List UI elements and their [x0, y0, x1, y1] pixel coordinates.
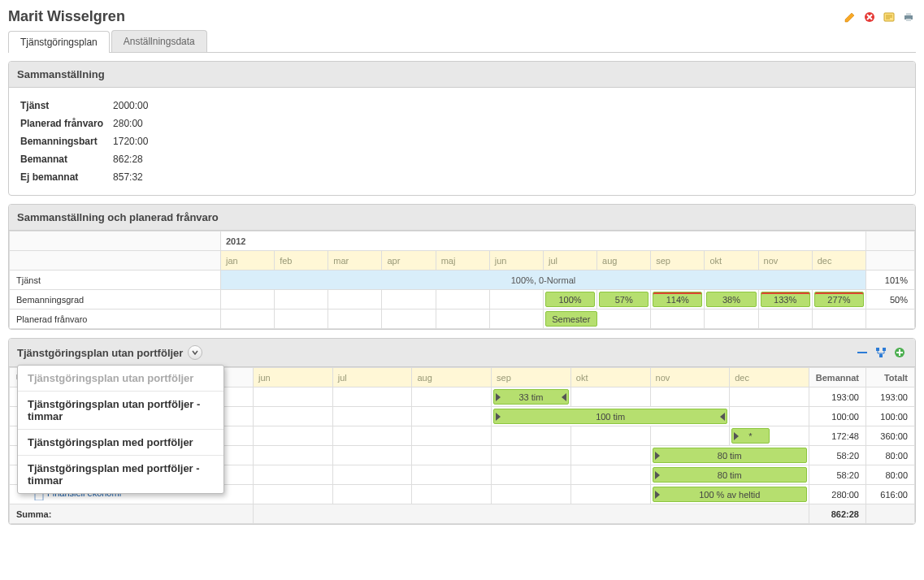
- month-head: jun: [254, 368, 333, 387]
- month-head: mar: [328, 251, 382, 271]
- summary-label: Bemanningsbart: [20, 133, 111, 149]
- bemgrad-cell: 38%: [706, 292, 756, 307]
- tjanst-label: Tjänst: [10, 271, 221, 290]
- summary-label: Ej bemannat: [20, 169, 111, 185]
- mission-bar[interactable]: 100 tim: [493, 409, 727, 424]
- summary-label: Planerad frånvaro: [20, 115, 111, 132]
- month-head: sep: [651, 251, 705, 271]
- totalt-value: 360:00: [866, 426, 915, 446]
- totalt-value: 100:00: [866, 407, 915, 426]
- dropdown-item[interactable]: Tjänstgöringsplan utan portföljer: [18, 366, 223, 392]
- bemannat-value: 58:20: [809, 446, 866, 465]
- sum-label: Summa:: [10, 504, 254, 524]
- month-head: aug: [412, 368, 492, 387]
- summary-label: Bemannat: [20, 151, 111, 167]
- add-icon[interactable]: [892, 345, 907, 360]
- month-head: apr: [382, 251, 436, 271]
- month-head: jan: [221, 251, 275, 271]
- bemannat-value: 172:48: [809, 426, 866, 446]
- sum-row: Summa: 862:28: [10, 504, 915, 524]
- mission-bar[interactable]: *: [731, 428, 769, 444]
- summary-value: 862:28: [113, 151, 156, 167]
- sum-value: 862:28: [809, 504, 866, 524]
- summary-value: 280:00: [113, 115, 156, 132]
- col-bemannat: Bemannat: [809, 368, 866, 387]
- edit-icon[interactable]: [843, 10, 857, 24]
- totalt-value: 193:00: [866, 387, 915, 407]
- timeline-panel: Sammanställning och planerad frånvaro 20…: [8, 204, 916, 330]
- mission-bar[interactable]: 33 tim: [493, 389, 569, 405]
- plan-title: Tjänstgöringsplan utan portföljer: [17, 347, 183, 359]
- bemannat-value: 193:00: [809, 387, 866, 407]
- mission-bar[interactable]: 100 % av heltid: [653, 487, 807, 502]
- summary-value: 2000:00: [113, 97, 156, 114]
- svg-rect-8: [879, 354, 883, 357]
- month-head: maj: [436, 251, 489, 271]
- svg-rect-5: [857, 352, 867, 353]
- header-toolbar: [843, 10, 916, 24]
- totalt-value: 80:00: [866, 446, 915, 465]
- svg-rect-3: [906, 13, 911, 15]
- summary-value: 1720:00: [113, 133, 156, 149]
- summary-label: Tjänst: [20, 97, 111, 114]
- bemgrad-label: Bemanningsgrad: [10, 290, 221, 309]
- franvaro-label: Planerad frånvaro: [10, 309, 221, 329]
- summary-value: 857:32: [113, 169, 156, 185]
- tab-plan[interactable]: Tjänstgöringsplan: [8, 31, 110, 53]
- mission-bar[interactable]: 80 tim: [653, 467, 807, 483]
- delete-icon[interactable]: [862, 10, 877, 24]
- timeline-title: Sammanställning och planerad frånvaro: [9, 205, 915, 231]
- dropdown-item[interactable]: Tjänstgöringsplan utan portföljer - timm…: [18, 392, 223, 430]
- month-head: dec: [730, 368, 809, 387]
- bemgrad-cell: 277%: [814, 292, 864, 307]
- year-label: 2012: [221, 232, 866, 251]
- dropdown-item[interactable]: Tjänstgöringsplan med portföljer: [18, 430, 223, 456]
- month-head: okt: [705, 251, 758, 271]
- summary-panel: Sammanställning Tjänst2000:00 Planerad f…: [8, 61, 916, 196]
- tree-icon[interactable]: [874, 345, 888, 360]
- bemgrad-cell: 114%: [653, 292, 702, 307]
- month-head: nov: [650, 368, 730, 387]
- collapse-icon[interactable]: [855, 345, 870, 360]
- svg-rect-7: [883, 348, 886, 351]
- bemannat-value: 280:00: [809, 485, 866, 504]
- totalt-value: 616:00: [866, 485, 915, 504]
- bemgrad-total: 50%: [866, 290, 915, 309]
- timeline-table: 2012 jan feb mar apr maj jun jul aug sep…: [9, 231, 915, 329]
- dropdown-item[interactable]: Tjänstgöringsplan med portföljer - timma…: [18, 456, 223, 493]
- summary-title: Sammanställning: [9, 62, 915, 88]
- tjanst-total: 101%: [866, 271, 915, 290]
- svg-rect-6: [876, 348, 879, 351]
- month-head: jul: [332, 368, 412, 387]
- svg-rect-4: [906, 19, 911, 21]
- tab-data[interactable]: Anställningsdata: [111, 30, 207, 52]
- bemgrad-cell: 57%: [599, 292, 649, 307]
- bemannat-value: 58:20: [809, 465, 866, 485]
- tjanst-bar: 100%, 0-Normal: [221, 271, 866, 290]
- bemannat-value: 100:00: [809, 407, 866, 426]
- mission-bar[interactable]: 80 tim: [653, 448, 807, 463]
- month-head: okt: [570, 368, 650, 387]
- plan-panel: Tjänstgöringsplan utan portföljer Tjänst…: [8, 338, 916, 525]
- col-totalt: Totalt: [866, 368, 915, 387]
- month-head: jun: [489, 251, 543, 271]
- month-head: jul: [543, 251, 596, 271]
- month-head: nov: [758, 251, 812, 271]
- month-head: feb: [275, 251, 328, 271]
- chevron-down-icon[interactable]: [188, 345, 202, 360]
- print-icon[interactable]: [901, 10, 916, 24]
- totalt-value: 80:00: [866, 465, 915, 485]
- page-title: Marit Wisselgren: [8, 8, 125, 25]
- month-head: dec: [812, 251, 865, 271]
- month-head: aug: [597, 251, 651, 271]
- bemgrad-cell: 133%: [761, 292, 810, 307]
- bemgrad-cell: 100%: [545, 292, 595, 307]
- note-icon[interactable]: [882, 10, 896, 24]
- summary-table: Tjänst2000:00 Planerad frånvaro280:00 Be…: [19, 96, 158, 187]
- tabstrip: Tjänstgöringsplan Anställningsdata: [8, 30, 916, 53]
- plan-dropdown-menu: Tjänstgöringsplan utan portföljer Tjänst…: [17, 365, 224, 494]
- month-head: sep: [492, 368, 571, 387]
- franvaro-bar: Semester: [545, 311, 597, 327]
